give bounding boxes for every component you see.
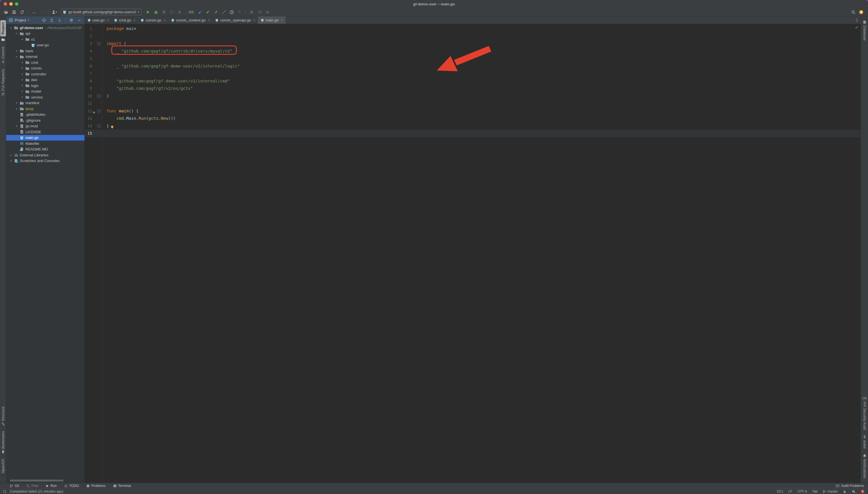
tree-item-temp[interactable]: temp <box>6 106 85 112</box>
close-tab-icon[interactable]: × <box>281 18 283 22</box>
tree-item-scratches-and-consoles[interactable]: Scratches and Consoles <box>6 158 85 164</box>
close-window-button[interactable] <box>4 2 7 6</box>
editor-tab-main-go[interactable]: main.go× <box>258 16 286 24</box>
back-button[interactable]: ← <box>31 9 38 16</box>
tree-item-cmd[interactable]: cmd <box>6 60 85 65</box>
chev-down-icon[interactable] <box>15 55 18 58</box>
editor-tab-consts_context-go[interactable]: consts_context.go× <box>168 16 213 24</box>
tree-item-logic[interactable]: logic <box>6 83 85 89</box>
fold-marker-icon[interactable] <box>97 124 101 128</box>
save-all-button[interactable] <box>11 9 18 16</box>
merge-button[interactable] <box>220 9 227 16</box>
close-tab-icon[interactable]: × <box>164 18 166 22</box>
tree-item-readme.md[interactable]: MDREADME.MD <box>6 147 85 152</box>
update-project-button[interactable]: ↙ <box>197 9 203 16</box>
code-line-6[interactable]: 6 _ "github.com/gogf/gf-demo-user/v2/int… <box>85 62 434 70</box>
tree-item-.gitignore[interactable]: .gitignore <box>6 117 85 124</box>
close-tab-icon[interactable]: × <box>208 18 210 22</box>
editor-tab-consts-go[interactable]: consts.go× <box>138 16 168 24</box>
tree-item-consts[interactable]: consts <box>6 65 85 71</box>
editor-tab-cmd-go[interactable]: cmd.go× <box>111 16 138 24</box>
editor-tab-consts_openapi-go[interactable]: consts_openapi.go× <box>213 16 258 24</box>
close-tab-icon[interactable]: × <box>253 18 255 22</box>
chev-right-icon[interactable] <box>21 73 24 76</box>
tree-item-dao[interactable]: dao <box>6 77 85 83</box>
debug-button[interactable] <box>152 9 159 16</box>
run-button[interactable] <box>145 9 151 16</box>
code-line-11[interactable]: 11 <box>85 100 434 107</box>
tree-item-service[interactable]: service <box>6 94 85 100</box>
chev-right-icon[interactable] <box>21 96 24 99</box>
chev-right-icon[interactable] <box>15 101 18 104</box>
tool-stripe-commit[interactable]: Commit <box>1 46 5 64</box>
code-inspection-button[interactable] <box>256 9 263 16</box>
sync-button[interactable] <box>19 9 25 16</box>
fold-marker-icon[interactable] <box>97 109 101 113</box>
tree-item-main.go[interactable]: main.go <box>6 135 85 141</box>
chev-right-icon[interactable] <box>21 84 24 87</box>
code-line-10[interactable]: 10) <box>85 92 434 100</box>
code-line-9[interactable]: 9 "github.com/gogf/gf/v2/os/gctx" <box>85 85 434 92</box>
tree-item-api[interactable]: api <box>6 31 85 37</box>
tree-item-manifest[interactable]: manifest <box>6 100 85 106</box>
code-line-8[interactable]: 8 "github.com/gogf/gf-demo-user/v2/inter… <box>85 77 434 85</box>
tree-item-controller[interactable]: controller <box>6 71 85 77</box>
fold-marker-icon[interactable] <box>97 94 101 98</box>
history-button[interactable] <box>228 9 235 16</box>
code-editor[interactable]: 1package main23import (4 _ "github.com/g… <box>85 24 434 247</box>
chev-right-icon[interactable] <box>21 90 24 93</box>
code-line-2[interactable]: 2 <box>85 33 434 40</box>
code-line-14[interactable]: 14} <box>85 122 434 130</box>
profiler-button[interactable]: ▾ <box>168 9 175 16</box>
tree-item-hack[interactable]: hack <box>6 48 85 54</box>
code-line-1[interactable]: 1package main <box>85 25 434 33</box>
tree-item-go.mod[interactable]: go.mod <box>6 124 85 129</box>
tool-stripe-pull-requests[interactable]: Pull Requests <box>1 69 5 96</box>
chevron-down-icon[interactable]: ▾ <box>28 19 29 21</box>
editor-tab-user-go[interactable]: user.go× <box>85 16 111 24</box>
rollback-button[interactable]: ↶ <box>236 9 243 16</box>
chev-right-icon[interactable] <box>9 159 13 162</box>
chev-down-icon[interactable] <box>9 26 13 30</box>
chev-right-icon[interactable] <box>21 66 24 70</box>
expand-all-button[interactable] <box>49 17 55 23</box>
chev-right-icon[interactable] <box>21 61 24 64</box>
code-line-12[interactable]: 12func main() { <box>85 107 434 115</box>
chev-right-icon[interactable] <box>15 107 18 110</box>
tree-item-.gitattributes[interactable]: .gitattributes <box>6 112 85 118</box>
tree-item-gf-demo-user[interactable]: gf-demo-user~/Workspace/Go/GOP <box>6 25 85 31</box>
tree-item-makefile[interactable]: MMakefile <box>6 140 85 147</box>
tree-item-external-libraries[interactable]: External Libraries <box>6 152 85 158</box>
tree-item-internal[interactable]: internal <box>6 54 85 60</box>
code-line-7[interactable]: 7 <box>85 70 434 77</box>
commit-button[interactable]: ✔ <box>204 9 211 16</box>
tree-item-user.go[interactable]: user.go <box>6 42 85 48</box>
push-button[interactable]: ↗ <box>213 9 219 16</box>
code-line-13[interactable]: 13 cmd.Main.Run(gctx.New()) <box>85 115 434 122</box>
stop-button[interactable] <box>176 9 183 16</box>
chev-right-icon[interactable] <box>15 125 18 128</box>
cloud-sync-button[interactable] <box>264 9 271 16</box>
minimize-window-button[interactable] <box>9 2 13 6</box>
tree-item-license[interactable]: LICENSE <box>6 129 85 135</box>
locate-file-button[interactable] <box>41 17 47 23</box>
panel-settings-button[interactable] <box>68 17 74 23</box>
profile-button[interactable]: ▾ <box>51 9 58 16</box>
chev-down-icon[interactable] <box>15 32 18 35</box>
code-line-5[interactable]: 5 <box>85 55 434 62</box>
forward-button[interactable]: → <box>39 9 46 16</box>
chev-right-icon[interactable] <box>21 78 24 81</box>
tree-item-model[interactable]: model <box>6 89 85 95</box>
code-line-15[interactable]: 15 <box>85 130 434 137</box>
tree-item-v1[interactable]: v1 <box>6 36 85 42</box>
project-panel-title[interactable]: Project <box>15 18 26 22</box>
hide-panel-button[interactable] <box>76 17 82 23</box>
zoom-window-button[interactable] <box>15 2 18 6</box>
run-configuration-select[interactable]: go build github.com/gogf/gf-demo-user/v2… <box>60 9 142 15</box>
chev-right-icon[interactable] <box>15 50 18 53</box>
run-with-coverage-button[interactable] <box>161 9 167 16</box>
open-button[interactable] <box>3 9 10 16</box>
fold-marker-icon[interactable] <box>97 42 101 45</box>
close-tab-icon[interactable]: × <box>133 18 135 22</box>
close-tab-icon[interactable]: × <box>107 18 109 22</box>
